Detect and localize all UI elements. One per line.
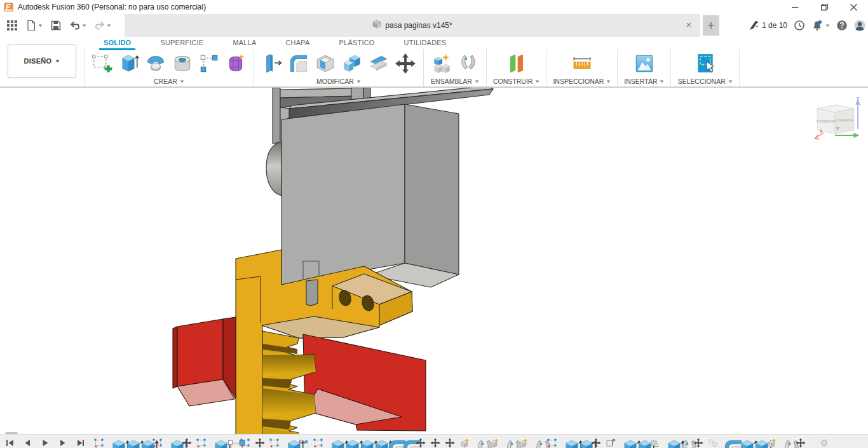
group-label-construir[interactable]: CONSTRUIR (493, 78, 539, 85)
create-sketch-tool-button[interactable] (91, 51, 114, 76)
timeline-feature-sketch[interactable] (153, 438, 163, 448)
viewport-canvas[interactable]: POSTERIOR IZQUIERDA Z X Y (0, 87, 868, 434)
timeline-feature-extrude[interactable] (284, 438, 294, 448)
group-label-insertar[interactable]: INSERTAR (624, 78, 664, 85)
group-label-modificar[interactable]: MODIFICAR (316, 78, 361, 85)
timeline-feature-plane[interactable] (606, 438, 616, 448)
fillet-tool-button[interactable] (287, 51, 310, 76)
measure-tool-button[interactable] (571, 51, 593, 76)
insert-image-tool-button[interactable] (633, 51, 656, 76)
ribbon-tab-chapa[interactable]: CHAPA (271, 37, 324, 49)
save-button[interactable] (48, 18, 64, 33)
timeline-feature-extrude[interactable] (752, 438, 762, 448)
timeline-feature-extrude[interactable] (109, 438, 119, 448)
group-label-seleccionar[interactable]: SELECCIONAR (677, 78, 732, 85)
timeline-feature-sketch[interactable] (269, 438, 280, 448)
skip-to-end-button[interactable] (76, 438, 85, 447)
press-pull-tool-button[interactable] (261, 51, 283, 76)
timeline-feature-extrude[interactable] (620, 438, 630, 448)
timeline-feature-joint[interactable] (679, 438, 689, 448)
timeline-feature-extrude[interactable] (342, 438, 353, 448)
timeline-feature-fillet[interactable] (386, 438, 397, 448)
skip-to-start-button[interactable] (5, 438, 14, 447)
timeline-feature-pattern[interactable] (226, 438, 236, 448)
help-button[interactable] (836, 20, 848, 31)
timeline-feature-extrude[interactable] (737, 438, 747, 448)
extension-button[interactable]: 1 de 10 (748, 20, 787, 31)
pattern-tool-button[interactable] (198, 51, 220, 76)
ribbon-tab-malla[interactable]: MALLA (218, 37, 271, 49)
timeline-feature-extrude[interactable] (123, 438, 133, 448)
motor-tab-gray[interactable] (306, 280, 318, 306)
construction-plane-tool-button[interactable] (505, 51, 528, 76)
shell-tool-button[interactable] (314, 51, 337, 76)
undo-button[interactable] (67, 18, 89, 33)
hole-tool-button[interactable] (171, 51, 194, 76)
document-tab[interactable]: pasa paginas v145* (125, 14, 700, 37)
timeline-feature-joint[interactable] (474, 438, 484, 448)
timeline-feature-joint[interactable] (532, 438, 543, 448)
ribbon-tab-utilidades[interactable]: UTILIDADES (390, 37, 461, 49)
timeline-feature-sketch[interactable] (313, 438, 323, 448)
timeline-feature-extrude[interactable] (357, 438, 367, 448)
group-label-ensamblar[interactable]: ENSAMBLAR (431, 78, 479, 85)
combine-tool-button[interactable] (341, 51, 363, 76)
timeline-feature-extrude[interactable] (372, 438, 382, 448)
timeline-feature-move[interactable] (796, 438, 806, 448)
file-menu-button[interactable] (23, 18, 45, 33)
timeline-feature-move[interactable] (591, 438, 601, 448)
form-tool-button[interactable] (224, 51, 247, 76)
move-copy-tool-button[interactable] (394, 51, 417, 76)
timeline-feature-extrude[interactable] (328, 438, 338, 448)
timeline-feature-fillet[interactable] (722, 438, 733, 448)
timeline-feature-extrude[interactable] (138, 438, 148, 448)
split-body-tool-button[interactable] (367, 51, 390, 76)
group-label-inspeccionar[interactable]: INSPECCIONAR (553, 78, 611, 85)
part-motor-block-gray[interactable] (266, 88, 493, 287)
step-back-button[interactable] (23, 438, 32, 447)
timeline-feature-sketch[interactable] (196, 438, 207, 448)
avatar-button[interactable] (854, 20, 865, 31)
timeline-feature-extrude[interactable] (562, 438, 572, 448)
timeline-feature-gear[interactable] (819, 438, 829, 448)
timeline-feature-joint-gray[interactable] (708, 438, 718, 448)
maximize-button[interactable] (810, 0, 839, 14)
timeline-feature-sketch[interactable] (547, 438, 557, 448)
timeline-feature-joint[interactable] (503, 438, 513, 448)
group-label-crear[interactable]: CREAR (154, 78, 184, 85)
view-cube[interactable]: POSTERIOR IZQUIERDA Z X Y (808, 95, 865, 149)
close-button[interactable] (839, 0, 868, 14)
timeline-feature-extrude[interactable] (576, 438, 587, 448)
timeline-feature-move[interactable] (416, 438, 426, 448)
timeline-feature-extrude[interactable] (664, 438, 674, 448)
redo-button[interactable] (92, 18, 114, 33)
timeline-feature-extrude[interactable] (211, 438, 221, 448)
revolve-tool-button[interactable] (144, 51, 167, 76)
timeline-feature-component[interactable] (459, 438, 470, 448)
workspace-selector[interactable]: DISEÑO (8, 44, 76, 78)
timeline-feature-fillet[interactable] (401, 438, 411, 448)
bell-button[interactable] (811, 20, 830, 31)
timeline-feature-box[interactable] (649, 438, 660, 448)
extrude-tool-button[interactable] (118, 51, 140, 76)
timeline-feature-move[interactable] (693, 438, 703, 448)
timeline-feature-points[interactable] (299, 438, 309, 448)
timeline-feature-move[interactable] (430, 438, 440, 448)
joint-tool-button[interactable] (457, 51, 480, 76)
minimize-button[interactable] (780, 0, 810, 14)
ribbon-tab-solido[interactable]: SOLIDO (89, 37, 146, 49)
new-tab-button[interactable] (703, 15, 719, 36)
timeline-feature-move[interactable] (255, 438, 265, 448)
timeline-feature-sketch[interactable] (94, 438, 104, 448)
app-grid-button[interactable] (4, 18, 20, 33)
step-forward-button[interactable] (58, 438, 67, 447)
timeline-feature-sketch[interactable] (240, 438, 250, 448)
timeline-feature-joint[interactable] (781, 438, 791, 448)
tab-close-button[interactable]: × (682, 18, 695, 31)
select-tool-button[interactable] (694, 51, 717, 76)
timeline-feature-extrude[interactable] (635, 438, 645, 448)
timeline-feature-component[interactable] (766, 438, 776, 448)
ribbon-tab-plástico[interactable]: PLÁSTICO (325, 37, 390, 49)
timeline-feature-move[interactable] (182, 438, 192, 448)
new-component-tool-button[interactable] (430, 51, 453, 76)
